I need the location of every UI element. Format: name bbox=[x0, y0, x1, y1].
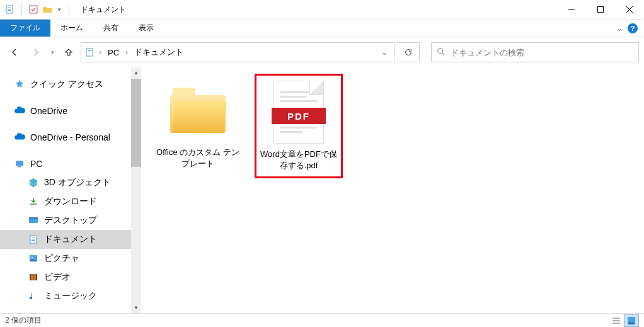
icons-view-button[interactable] bbox=[624, 314, 639, 327]
ribbon-expand-icon[interactable]: ⌄ bbox=[616, 24, 623, 33]
tree-label: デスクトップ bbox=[44, 215, 97, 226]
documents-icon bbox=[28, 234, 39, 245]
tree-label: ダウンロード bbox=[44, 196, 97, 207]
svg-point-23 bbox=[32, 257, 33, 258]
tree-pictures[interactable]: ピクチャ bbox=[0, 249, 131, 268]
chevron-right-icon[interactable]: › bbox=[98, 48, 103, 57]
minimize-button[interactable] bbox=[557, 0, 586, 20]
desktop-icon bbox=[28, 215, 39, 226]
music-icon bbox=[28, 290, 39, 302]
address-dropdown-icon[interactable]: ⌄ bbox=[377, 48, 391, 57]
tree-quick-access[interactable]: クイック アクセス bbox=[0, 75, 131, 94]
tree-label: OneDrive - Personal bbox=[30, 132, 110, 142]
svg-rect-25 bbox=[30, 274, 31, 280]
tree-3d-objects[interactable]: 3D オブジェクト bbox=[0, 173, 131, 192]
tree-label: ピクチャ bbox=[44, 253, 79, 264]
svg-rect-17 bbox=[29, 217, 38, 219]
scroll-thumb[interactable] bbox=[131, 79, 141, 167]
address-bar[interactable]: › PC › ドキュメント ⌄ bbox=[81, 42, 394, 62]
tree-documents[interactable]: ドキュメント bbox=[0, 230, 131, 249]
svg-rect-2 bbox=[8, 9, 11, 9]
tab-view[interactable]: 表示 bbox=[129, 20, 164, 37]
tree-videos[interactable]: ビデオ bbox=[0, 268, 131, 287]
tree-label: OneDrive bbox=[30, 106, 67, 116]
status-text: 2 個の項目 bbox=[5, 315, 42, 326]
tree-onedrive[interactable]: OneDrive bbox=[0, 101, 131, 120]
cube-icon bbox=[28, 177, 39, 188]
tree-label: ビデオ bbox=[44, 272, 71, 283]
svg-rect-26 bbox=[36, 274, 37, 280]
breadcrumb-pc[interactable]: PC bbox=[105, 47, 122, 59]
tree-pc[interactable]: PC bbox=[0, 154, 131, 173]
app-icon bbox=[5, 4, 15, 14]
pdf-icon: PDF bbox=[267, 81, 330, 144]
tree-label: PC bbox=[30, 159, 42, 169]
svg-rect-21 bbox=[32, 240, 35, 241]
svg-point-12 bbox=[438, 48, 443, 53]
recent-dropdown-icon[interactable]: ▾ bbox=[48, 43, 57, 62]
tree-downloads[interactable]: ダウンロード bbox=[0, 192, 131, 211]
close-button[interactable] bbox=[615, 0, 644, 20]
navigation-tree: クイック アクセス OneDrive OneDrive - Personal P… bbox=[0, 67, 141, 313]
svg-line-13 bbox=[442, 52, 445, 55]
tree-label: ミュージック bbox=[44, 290, 97, 302]
tree-music[interactable]: ミュージック bbox=[0, 287, 131, 306]
item-label: Word文章をPDFで保存する.pdf bbox=[259, 149, 338, 171]
svg-rect-1 bbox=[8, 8, 11, 8]
tree-label: 3D オブジェクト bbox=[44, 177, 111, 188]
ribbon-tabs: ファイル ホーム 共有 表示 ⌄ ? bbox=[0, 20, 644, 37]
tab-home[interactable]: ホーム bbox=[50, 20, 93, 37]
svg-rect-3 bbox=[8, 10, 11, 11]
sidebar-scrollbar[interactable]: ▲ ▼ bbox=[131, 67, 141, 313]
svg-rect-14 bbox=[16, 161, 23, 166]
tab-file[interactable]: ファイル bbox=[0, 20, 50, 37]
window-title: ドキュメント bbox=[77, 4, 126, 15]
refresh-button[interactable] bbox=[397, 42, 420, 62]
folder-item[interactable]: Office のカスタム テンプレート bbox=[154, 74, 242, 175]
scroll-up-icon[interactable]: ▲ bbox=[131, 67, 141, 78]
help-button[interactable]: ? bbox=[628, 23, 638, 33]
svg-rect-20 bbox=[32, 239, 35, 239]
documents-icon bbox=[84, 47, 95, 58]
up-button[interactable] bbox=[59, 43, 78, 62]
pdf-file-item[interactable]: PDF Word文章をPDFで保存する.pdf bbox=[255, 74, 343, 178]
pictures-icon bbox=[28, 253, 39, 264]
download-icon bbox=[28, 196, 39, 207]
star-icon bbox=[14, 79, 25, 90]
back-button[interactable] bbox=[5, 43, 24, 62]
svg-rect-6 bbox=[598, 7, 604, 13]
scroll-down-icon[interactable]: ▼ bbox=[131, 302, 141, 313]
folder-icon bbox=[166, 79, 229, 142]
qat-properties-icon[interactable] bbox=[28, 4, 38, 14]
status-bar: 2 個の項目 bbox=[0, 313, 644, 327]
cloud-icon bbox=[14, 132, 25, 143]
item-label: Office のカスタム テンプレート bbox=[156, 147, 239, 169]
forward-button[interactable] bbox=[26, 43, 45, 62]
tree-desktop[interactable]: デスクトップ bbox=[0, 211, 131, 230]
tree-label: ドキュメント bbox=[44, 234, 97, 245]
svg-rect-10 bbox=[88, 50, 91, 51]
chevron-right-icon[interactable]: › bbox=[124, 48, 129, 57]
videos-icon bbox=[28, 272, 39, 283]
tree-label: クイック アクセス bbox=[30, 79, 103, 90]
search-input[interactable] bbox=[451, 48, 633, 57]
cloud-icon bbox=[14, 105, 25, 117]
tree-onedrive-personal[interactable]: OneDrive - Personal bbox=[0, 128, 131, 147]
folder-icon bbox=[42, 4, 52, 14]
search-box[interactable] bbox=[431, 42, 639, 62]
svg-rect-15 bbox=[18, 166, 21, 168]
pc-icon bbox=[14, 158, 25, 169]
file-list[interactable]: Office のカスタム テンプレート PDF Word文章をPDFで保存する.… bbox=[141, 67, 644, 313]
nav-bar: ▾ › PC › ドキュメント ⌄ bbox=[0, 37, 644, 67]
breadcrumb-folder[interactable]: ドキュメント bbox=[132, 45, 186, 59]
tab-share[interactable]: 共有 bbox=[93, 20, 129, 37]
qat-dropdown-icon[interactable]: ▾ bbox=[56, 4, 62, 14]
title-bar: ▾ ドキュメント bbox=[0, 0, 644, 20]
maximize-button[interactable] bbox=[586, 0, 615, 20]
svg-rect-11 bbox=[88, 52, 91, 52]
svg-rect-19 bbox=[32, 238, 35, 238]
details-view-button[interactable] bbox=[609, 314, 624, 327]
search-icon bbox=[437, 47, 446, 58]
